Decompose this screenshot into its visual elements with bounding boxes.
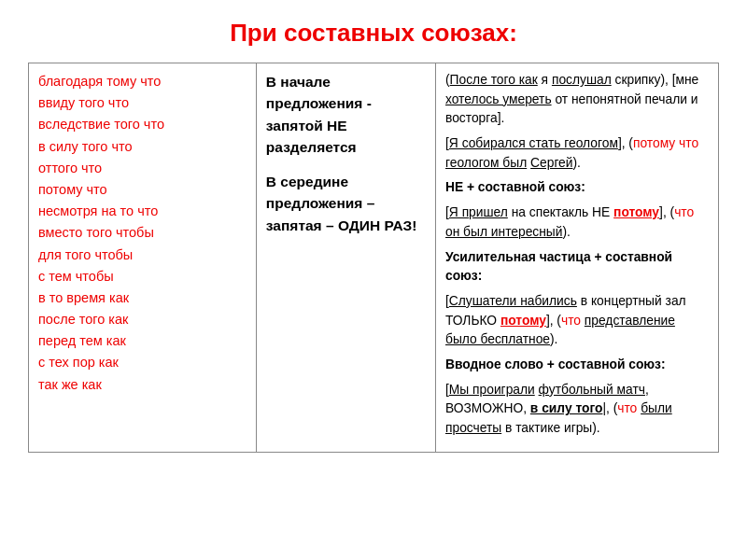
union-item: после того как xyxy=(38,309,247,330)
col3-example1: (После того как я послушал скрипку), [мн… xyxy=(445,71,709,129)
col1-cell: благодаря тому чтоввиду того чтовследств… xyxy=(29,63,257,453)
page-title: При составных союзах: xyxy=(28,19,719,48)
union-item: ввиду того что xyxy=(38,92,247,114)
union-item: в то время как xyxy=(38,287,247,309)
main-table: благодаря тому чтоввиду того чтовследств… xyxy=(28,63,719,453)
union-item: оттого что xyxy=(38,158,247,179)
union-item: с тех пор как xyxy=(38,352,247,373)
union-list: благодаря тому чтоввиду того чтовследств… xyxy=(38,71,247,396)
union-item: несмотря на то что xyxy=(38,201,247,222)
col3-label-ne: НЕ + составной союз: xyxy=(445,178,709,198)
union-item: вместо того чтобы xyxy=(38,222,247,244)
union-item: с тем чтобы xyxy=(38,266,247,287)
union-item: потому что xyxy=(38,179,247,201)
col3-label-usil: Усилительная частица + составной союз: xyxy=(445,248,709,287)
union-item: вследствие того что xyxy=(38,114,247,135)
union-item: так же как xyxy=(38,374,247,396)
union-item: в силу того что xyxy=(38,136,247,158)
col3-label-vvod: Вводное слово + составной союз: xyxy=(445,356,709,375)
union-item: перед тем как xyxy=(38,330,247,352)
col3-example5: [Мы проиграли футбольный матч, ВОЗМОЖНО,… xyxy=(445,381,709,439)
col3-example3: [Я пришел на спектакль НЕ потому], (что … xyxy=(445,203,709,242)
col2-part1: В начале предложения - запятой НЕ раздел… xyxy=(266,71,426,158)
col3-example2: [Я собирался стать геологом], (потому чт… xyxy=(445,134,709,173)
union-item: для того чтобы xyxy=(38,245,247,266)
col3-example4: [Слушатели набились в концертный зал ТОЛ… xyxy=(445,292,709,350)
col2-part2: В середине предложения – запятая – ОДИН … xyxy=(266,171,426,236)
col3-cell: (После того как я послушал скрипку), [мн… xyxy=(435,63,718,453)
col2-cell: В начале предложения - запятой НЕ раздел… xyxy=(256,63,435,453)
union-item: благодаря тому что xyxy=(38,71,247,92)
